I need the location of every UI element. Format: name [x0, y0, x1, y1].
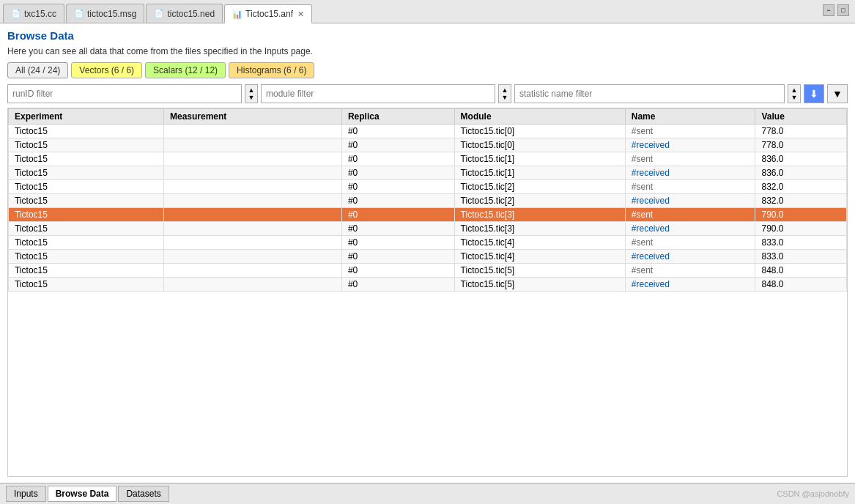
cell-measurement: [164, 125, 342, 138]
cell-name: #received: [625, 222, 755, 236]
table-row[interactable]: Tictoc15 #0 Tictoc15.tic[5] #sent 848.0: [9, 264, 847, 278]
cell-value: 832.0: [755, 180, 847, 194]
runid-spin-button[interactable]: ▲ ▼: [245, 84, 258, 103]
cell-replica: #0: [341, 236, 454, 250]
table-row[interactable]: Tictoc15 #0 Tictoc15.tic[3] #sent 790.0: [9, 208, 847, 222]
close-tab-icon[interactable]: ✕: [297, 10, 304, 19]
filter-tabs: All (24 / 24) Vectors (6 / 6) Scalars (1…: [7, 62, 848, 78]
table-row[interactable]: Tictoc15 #0 Tictoc15.tic[1] #received 83…: [9, 166, 847, 180]
table-row[interactable]: Tictoc15 #0 Tictoc15.tic[2] #received 83…: [9, 194, 847, 208]
filter-row: ▲ ▼ ▲ ▼ ▲ ▼ ⬇ ▼: [7, 84, 848, 103]
cell-measurement: [164, 278, 342, 292]
cell-module: Tictoc15.tic[1]: [454, 166, 625, 180]
cell-name: #received: [625, 166, 755, 180]
table-row[interactable]: Tictoc15 #0 Tictoc15.tic[2] #sent 832.0: [9, 180, 847, 194]
cell-experiment: Tictoc15: [9, 264, 164, 278]
table-body: Tictoc15 #0 Tictoc15.tic[0] #sent 778.0 …: [9, 125, 847, 292]
cell-replica: #0: [341, 250, 454, 264]
cell-value: 833.0: [755, 250, 847, 264]
file-icon: 📄: [11, 9, 21, 18]
module-filter-input[interactable]: [261, 84, 495, 103]
statname-filter-input[interactable]: [514, 84, 785, 103]
cell-value: 833.0: [755, 236, 847, 250]
cell-value: 836.0: [755, 152, 847, 166]
col-replica: Replica: [341, 109, 454, 125]
cell-replica: #0: [341, 278, 454, 292]
main-content: Browse Data Here you can see all data th…: [0, 23, 855, 483]
cell-value: 848.0: [755, 264, 847, 278]
minimize-button[interactable]: −: [823, 4, 834, 16]
chart-icon: 📊: [232, 10, 243, 19]
tab-label: txc15.cc: [24, 9, 56, 19]
cell-name: #sent: [625, 180, 755, 194]
tab-tictoc15msg[interactable]: 📄 tictoc15.msg: [66, 4, 144, 23]
table-row[interactable]: Tictoc15 #0 Tictoc15.tic[1] #sent 836.0: [9, 152, 847, 166]
filter-tab-all[interactable]: All (24 / 24): [7, 62, 68, 78]
module-spin-button[interactable]: ▲ ▼: [498, 84, 511, 103]
cell-name: #received: [625, 194, 755, 208]
cell-name: #sent: [625, 152, 755, 166]
bottom-tab-browse-data[interactable]: Browse Data: [48, 486, 117, 502]
bottom-tab-inputs[interactable]: Inputs: [6, 486, 46, 502]
filter-tab-vectors[interactable]: Vectors (6 / 6): [71, 62, 142, 78]
download-button[interactable]: ⬇: [804, 84, 824, 103]
cell-name: #received: [625, 278, 755, 292]
cell-value: 778.0: [755, 125, 847, 138]
cell-experiment: Tictoc15: [9, 180, 164, 194]
cell-module: Tictoc15.tic[4]: [454, 236, 625, 250]
table-row[interactable]: Tictoc15 #0 Tictoc15.tic[3] #received 79…: [9, 222, 847, 236]
table-row[interactable]: Tictoc15 #0 Tictoc15.tic[4] #received 83…: [9, 250, 847, 264]
tab-bar: 📄 txc15.cc 📄 tictoc15.msg 📄 tictoc15.ned…: [0, 0, 855, 23]
cell-experiment: Tictoc15: [9, 166, 164, 180]
bottom-tabs: Inputs Browse Data Datasets: [6, 486, 171, 502]
col-module: Module: [454, 109, 625, 125]
statname-spin-button[interactable]: ▲ ▼: [788, 84, 801, 103]
data-table: Experiment Measurement Replica Module Na…: [8, 108, 847, 292]
maximize-button[interactable]: □: [837, 4, 849, 16]
cell-measurement: [164, 138, 342, 152]
cell-experiment: Tictoc15: [9, 138, 164, 152]
bottom-tab-datasets[interactable]: Datasets: [118, 486, 169, 502]
spin-down-icon: ▼: [248, 94, 255, 101]
cell-module: Tictoc15.tic[2]: [454, 180, 625, 194]
col-experiment: Experiment: [9, 109, 164, 125]
cell-name: #sent: [625, 125, 755, 138]
col-measurement: Measurement: [164, 109, 342, 125]
bottom-bar: Inputs Browse Data Datasets CSDN @asjodn…: [0, 483, 855, 504]
table-row[interactable]: Tictoc15 #0 Tictoc15.tic[5] #received 84…: [9, 278, 847, 292]
cell-experiment: Tictoc15: [9, 250, 164, 264]
watermark: CSDN @asjodnobfy: [777, 489, 849, 498]
spin-up-icon: ▲: [248, 86, 255, 94]
tab-txc15[interactable]: 📄 txc15.cc: [3, 4, 64, 23]
cell-value: 836.0: [755, 166, 847, 180]
cell-experiment: Tictoc15: [9, 222, 164, 236]
tab-label: tictoc15.ned: [167, 9, 215, 19]
cell-name: #sent: [625, 208, 755, 222]
cell-value: 790.0: [755, 208, 847, 222]
cell-module: Tictoc15.tic[3]: [454, 222, 625, 236]
table-row[interactable]: Tictoc15 #0 Tictoc15.tic[0] #received 77…: [9, 138, 847, 152]
page-title: Browse Data: [7, 29, 848, 42]
spin-up-icon: ▲: [502, 86, 508, 94]
cell-module: Tictoc15.tic[0]: [454, 138, 625, 152]
cell-module: Tictoc15.tic[5]: [454, 264, 625, 278]
cell-value: 832.0: [755, 194, 847, 208]
tab-tictoc15anf[interactable]: 📊 Tictoc15.anf ✕: [224, 4, 312, 23]
col-name: Name: [625, 109, 755, 125]
cell-replica: #0: [341, 194, 454, 208]
table-row[interactable]: Tictoc15 #0 Tictoc15.tic[4] #sent 833.0: [9, 236, 847, 250]
cell-measurement: [164, 180, 342, 194]
table-row[interactable]: Tictoc15 #0 Tictoc15.tic[0] #sent 778.0: [9, 125, 847, 138]
filter-tab-scalars[interactable]: Scalars (12 / 12): [145, 62, 226, 78]
runid-filter-input[interactable]: [7, 84, 242, 103]
filter-button[interactable]: ▼: [827, 84, 848, 103]
cell-experiment: Tictoc15: [9, 152, 164, 166]
cell-replica: #0: [341, 125, 454, 138]
cell-measurement: [164, 166, 342, 180]
spin-up-icon: ▲: [791, 86, 798, 94]
tab-label: tictoc15.msg: [87, 9, 136, 19]
tab-tictoc15ned[interactable]: 📄 tictoc15.ned: [146, 4, 223, 23]
cell-measurement: [164, 250, 342, 264]
filter-tab-histograms[interactable]: Histograms (6 / 6): [229, 62, 314, 78]
window-controls: − □: [823, 4, 849, 16]
